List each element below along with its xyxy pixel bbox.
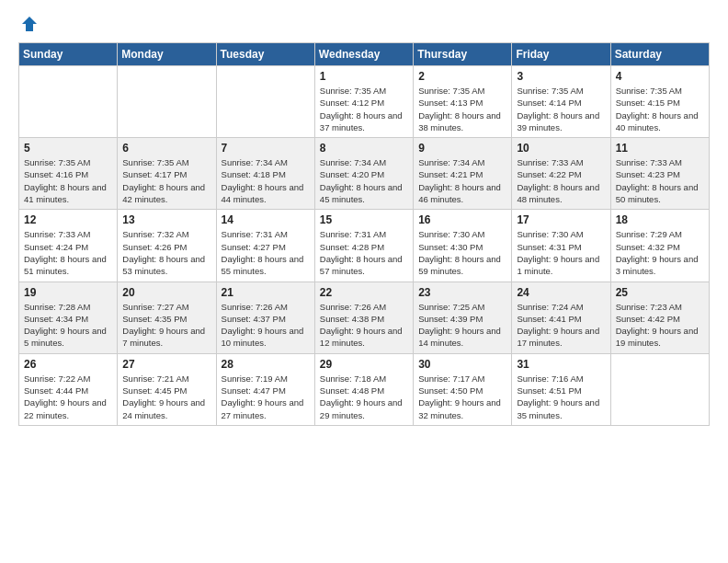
day-number: 12 bbox=[24, 213, 112, 226]
page: SundayMondayTuesdayWednesdayThursdayFrid… bbox=[0, 0, 728, 441]
weekday-header-sunday: Sunday bbox=[19, 43, 118, 66]
logo-icon bbox=[20, 15, 39, 33]
calendar-cell: 12Sunrise: 7:33 AM Sunset: 4:24 PM Dayli… bbox=[19, 210, 118, 282]
day-number: 5 bbox=[24, 142, 112, 155]
calendar-cell: 29Sunrise: 7:18 AM Sunset: 4:48 PM Dayli… bbox=[314, 353, 413, 425]
calendar-cell bbox=[216, 66, 314, 138]
calendar-cell: 23Sunrise: 7:25 AM Sunset: 4:39 PM Dayli… bbox=[414, 282, 512, 353]
day-info: Sunrise: 7:35 AM Sunset: 4:12 PM Dayligh… bbox=[320, 85, 408, 133]
day-info: Sunrise: 7:17 AM Sunset: 4:50 PM Dayligh… bbox=[418, 373, 506, 421]
day-number: 8 bbox=[320, 142, 408, 155]
day-info: Sunrise: 7:35 AM Sunset: 4:14 PM Dayligh… bbox=[517, 85, 605, 133]
day-number: 1 bbox=[320, 70, 408, 83]
day-info: Sunrise: 7:19 AM Sunset: 4:47 PM Dayligh… bbox=[222, 373, 310, 421]
calendar-table: SundayMondayTuesdayWednesdayThursdayFrid… bbox=[18, 42, 710, 426]
day-number: 20 bbox=[122, 286, 210, 299]
calendar-cell: 31Sunrise: 7:16 AM Sunset: 4:51 PM Dayli… bbox=[512, 353, 610, 425]
day-info: Sunrise: 7:18 AM Sunset: 4:48 PM Dayligh… bbox=[320, 373, 408, 421]
day-info: Sunrise: 7:35 AM Sunset: 4:17 PM Dayligh… bbox=[122, 156, 210, 205]
day-number: 16 bbox=[418, 213, 506, 226]
day-number: 18 bbox=[616, 213, 704, 226]
calendar-cell: 27Sunrise: 7:21 AM Sunset: 4:45 PM Dayli… bbox=[118, 353, 216, 425]
weekday-header-saturday: Saturday bbox=[610, 43, 709, 66]
day-number: 22 bbox=[320, 286, 408, 299]
day-number: 31 bbox=[517, 358, 605, 371]
calendar-cell: 2Sunrise: 7:35 AM Sunset: 4:13 PM Daylig… bbox=[414, 66, 512, 138]
day-info: Sunrise: 7:16 AM Sunset: 4:51 PM Dayligh… bbox=[517, 373, 605, 421]
day-info: Sunrise: 7:35 AM Sunset: 4:16 PM Dayligh… bbox=[24, 156, 112, 205]
day-number: 7 bbox=[222, 142, 310, 155]
day-number: 11 bbox=[616, 142, 704, 155]
day-info: Sunrise: 7:30 AM Sunset: 4:30 PM Dayligh… bbox=[418, 228, 506, 277]
header bbox=[18, 15, 710, 33]
calendar-cell: 14Sunrise: 7:31 AM Sunset: 4:27 PM Dayli… bbox=[216, 210, 314, 282]
calendar-cell: 22Sunrise: 7:26 AM Sunset: 4:38 PM Dayli… bbox=[314, 282, 413, 353]
calendar-cell: 20Sunrise: 7:27 AM Sunset: 4:35 PM Dayli… bbox=[118, 282, 216, 353]
calendar-cell: 11Sunrise: 7:33 AM Sunset: 4:23 PM Dayli… bbox=[610, 138, 709, 210]
day-number: 26 bbox=[24, 358, 112, 371]
weekday-header-thursday: Thursday bbox=[414, 43, 512, 66]
day-info: Sunrise: 7:22 AM Sunset: 4:44 PM Dayligh… bbox=[24, 373, 112, 421]
calendar-cell: 3Sunrise: 7:35 AM Sunset: 4:14 PM Daylig… bbox=[512, 66, 610, 138]
weekday-header-row: SundayMondayTuesdayWednesdayThursdayFrid… bbox=[19, 43, 710, 66]
calendar-week-4: 26Sunrise: 7:22 AM Sunset: 4:44 PM Dayli… bbox=[19, 353, 710, 425]
day-info: Sunrise: 7:34 AM Sunset: 4:20 PM Dayligh… bbox=[320, 156, 408, 205]
day-number: 14 bbox=[222, 213, 310, 226]
calendar-cell: 25Sunrise: 7:23 AM Sunset: 4:42 PM Dayli… bbox=[610, 282, 709, 353]
calendar-cell bbox=[610, 353, 709, 425]
day-number: 25 bbox=[616, 286, 704, 299]
calendar-week-2: 12Sunrise: 7:33 AM Sunset: 4:24 PM Dayli… bbox=[19, 210, 710, 282]
calendar-cell: 8Sunrise: 7:34 AM Sunset: 4:20 PM Daylig… bbox=[314, 138, 413, 210]
day-info: Sunrise: 7:33 AM Sunset: 4:24 PM Dayligh… bbox=[24, 228, 112, 277]
calendar-cell: 9Sunrise: 7:34 AM Sunset: 4:21 PM Daylig… bbox=[414, 138, 512, 210]
calendar-cell: 13Sunrise: 7:32 AM Sunset: 4:26 PM Dayli… bbox=[118, 210, 216, 282]
weekday-header-friday: Friday bbox=[512, 43, 610, 66]
calendar-cell: 21Sunrise: 7:26 AM Sunset: 4:37 PM Dayli… bbox=[216, 282, 314, 353]
calendar-week-3: 19Sunrise: 7:28 AM Sunset: 4:34 PM Dayli… bbox=[19, 282, 710, 353]
logo bbox=[18, 15, 39, 33]
calendar-cell: 1Sunrise: 7:35 AM Sunset: 4:12 PM Daylig… bbox=[314, 66, 413, 138]
day-number: 13 bbox=[122, 213, 210, 226]
day-number: 6 bbox=[122, 142, 210, 155]
day-info: Sunrise: 7:34 AM Sunset: 4:21 PM Dayligh… bbox=[418, 156, 506, 205]
calendar-cell: 17Sunrise: 7:30 AM Sunset: 4:31 PM Dayli… bbox=[512, 210, 610, 282]
day-number: 27 bbox=[122, 358, 210, 371]
calendar-cell: 18Sunrise: 7:29 AM Sunset: 4:32 PM Dayli… bbox=[610, 210, 709, 282]
calendar-cell: 19Sunrise: 7:28 AM Sunset: 4:34 PM Dayli… bbox=[19, 282, 118, 353]
day-number: 9 bbox=[418, 142, 506, 155]
day-number: 28 bbox=[222, 358, 310, 371]
day-number: 24 bbox=[517, 286, 605, 299]
day-number: 15 bbox=[320, 213, 408, 226]
svg-marker-0 bbox=[22, 17, 37, 31]
day-info: Sunrise: 7:27 AM Sunset: 4:35 PM Dayligh… bbox=[122, 301, 210, 350]
day-info: Sunrise: 7:24 AM Sunset: 4:41 PM Dayligh… bbox=[517, 301, 605, 350]
day-info: Sunrise: 7:33 AM Sunset: 4:23 PM Dayligh… bbox=[616, 156, 704, 205]
day-info: Sunrise: 7:23 AM Sunset: 4:42 PM Dayligh… bbox=[616, 301, 704, 350]
day-info: Sunrise: 7:33 AM Sunset: 4:22 PM Dayligh… bbox=[517, 156, 605, 205]
day-info: Sunrise: 7:29 AM Sunset: 4:32 PM Dayligh… bbox=[616, 228, 704, 277]
day-number: 4 bbox=[616, 70, 704, 83]
weekday-header-wednesday: Wednesday bbox=[314, 43, 413, 66]
weekday-header-monday: Monday bbox=[118, 43, 216, 66]
day-info: Sunrise: 7:35 AM Sunset: 4:13 PM Dayligh… bbox=[418, 85, 506, 133]
day-number: 23 bbox=[418, 286, 506, 299]
calendar-cell: 26Sunrise: 7:22 AM Sunset: 4:44 PM Dayli… bbox=[19, 353, 118, 425]
day-number: 30 bbox=[418, 358, 506, 371]
calendar-cell: 16Sunrise: 7:30 AM Sunset: 4:30 PM Dayli… bbox=[414, 210, 512, 282]
day-info: Sunrise: 7:34 AM Sunset: 4:18 PM Dayligh… bbox=[222, 156, 310, 205]
day-info: Sunrise: 7:26 AM Sunset: 4:37 PM Dayligh… bbox=[222, 301, 310, 350]
day-number: 3 bbox=[517, 70, 605, 83]
weekday-header-tuesday: Tuesday bbox=[216, 43, 314, 66]
calendar-cell: 30Sunrise: 7:17 AM Sunset: 4:50 PM Dayli… bbox=[414, 353, 512, 425]
day-number: 17 bbox=[517, 213, 605, 226]
day-info: Sunrise: 7:28 AM Sunset: 4:34 PM Dayligh… bbox=[24, 301, 112, 350]
calendar-cell bbox=[118, 66, 216, 138]
calendar-week-1: 5Sunrise: 7:35 AM Sunset: 4:16 PM Daylig… bbox=[19, 138, 710, 210]
day-info: Sunrise: 7:31 AM Sunset: 4:28 PM Dayligh… bbox=[320, 228, 408, 277]
calendar-cell: 28Sunrise: 7:19 AM Sunset: 4:47 PM Dayli… bbox=[216, 353, 314, 425]
day-number: 2 bbox=[418, 70, 506, 83]
calendar-cell: 5Sunrise: 7:35 AM Sunset: 4:16 PM Daylig… bbox=[19, 138, 118, 210]
calendar-cell: 15Sunrise: 7:31 AM Sunset: 4:28 PM Dayli… bbox=[314, 210, 413, 282]
day-number: 21 bbox=[222, 286, 310, 299]
day-info: Sunrise: 7:21 AM Sunset: 4:45 PM Dayligh… bbox=[122, 373, 210, 421]
